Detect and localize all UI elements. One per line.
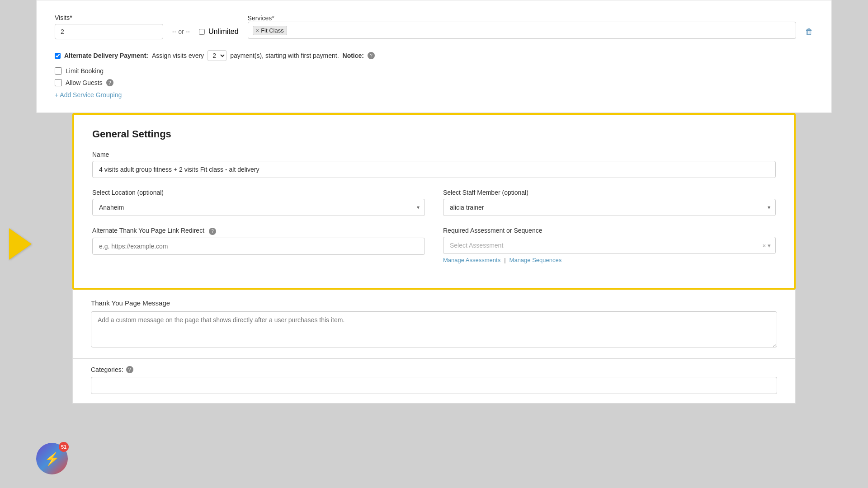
general-settings-section: General Settings Name Select Location (o… [72,113,796,290]
location-field: Select Location (optional) Anaheim [92,189,425,216]
notification-count: 51 [59,442,69,452]
unlimited-checkbox-row: Unlimited [199,28,239,36]
redirect-label: Alternate Thank You Page Link Redirect ? [92,227,425,235]
staff-select[interactable]: alicia trainer [443,199,776,216]
notice-help-icon[interactable]: ? [368,52,375,59]
location-select-wrapper: Anaheim [92,199,425,216]
assessment-select-wrapper[interactable]: Select Assessment × ▾ [443,237,776,254]
name-label: Name [92,151,776,158]
payment-count-select[interactable]: 2 3 4 [208,50,226,61]
assessment-label: Required Assessment or Sequence [443,227,776,234]
alt-delivery-checkbox[interactable] [55,53,61,59]
redirect-assessment-row: Alternate Thank You Page Link Redirect ?… [92,227,776,263]
add-grouping-container: + Add Service Grouping [55,91,813,99]
arrow-icon [9,228,32,260]
alt-delivery-row: Alternate Delivery Payment: Assign visit… [55,50,813,61]
categories-input[interactable] [91,377,777,394]
name-field: Name [92,151,776,178]
thank-you-section: Thank You Page Message [72,290,796,359]
manage-links: Manage Assessments | Manage Sequences [443,257,776,263]
allow-guests-row: Allow Guests ? [55,79,813,86]
notification-icon: ⚡ [44,451,60,466]
payment-suffix: payment(s), starting with first payment. [230,52,339,59]
notification-badge[interactable]: 51 ⚡ [36,443,68,474]
name-input[interactable] [92,161,776,178]
tag-remove-icon[interactable]: × [256,27,259,34]
staff-label: Select Staff Member (optional) [443,189,776,196]
limit-booking-checkbox[interactable] [55,67,62,75]
unlimited-label: Unlimited [208,28,239,36]
staff-field: Select Staff Member (optional) alicia tr… [443,189,776,216]
or-divider: -- or -- [172,28,190,35]
services-label: Services* [248,14,796,22]
thank-you-textarea[interactable] [91,311,777,347]
delete-row-icon[interactable]: 🗑 [805,27,813,37]
unlimited-checkbox[interactable] [199,29,205,35]
service-tag[interactable]: × Fit Class [253,26,287,35]
categories-section: Categories: ? [72,359,796,404]
assessment-select-controls[interactable]: × ▾ [762,242,775,249]
location-staff-row: Select Location (optional) Anaheim Selec… [92,189,776,216]
location-select[interactable]: Anaheim [92,199,425,216]
visits-services-row: Visits* -- or -- Unlimited Services* × F… [55,14,813,39]
redirect-field: Alternate Thank You Page Link Redirect ? [92,227,425,263]
visits-label: Visits* [55,14,163,21]
limit-booking-row: Limit Booking [55,67,813,75]
dropdown-chevron-icon[interactable]: ▾ [768,242,771,249]
location-label: Select Location (optional) [92,189,425,196]
add-grouping-link[interactable]: + Add Service Grouping [55,91,122,99]
services-input-wrap[interactable]: × Fit Class [248,22,796,39]
link-separator: | [504,257,505,263]
allow-guests-checkbox[interactable] [55,79,62,86]
assign-text: Assign visits every [152,52,204,59]
top-panel: Visits* -- or -- Unlimited Services* × F… [36,0,832,113]
allow-guests-help-icon[interactable]: ? [106,79,113,86]
assessment-field: Required Assessment or Sequence Select A… [443,227,776,263]
categories-help-icon[interactable]: ? [126,366,133,373]
categories-label: Categories: ? [91,359,777,377]
alt-delivery-label: Alternate Delivery Payment: [64,52,148,59]
clear-icon[interactable]: × [762,242,766,249]
service-tag-label: Fit Class [261,27,284,34]
assessment-placeholder: Select Assessment [443,237,762,253]
manage-sequences-link[interactable]: Manage Sequences [509,257,562,263]
staff-select-wrapper: alicia trainer [443,199,776,216]
services-field: Services* × Fit Class [248,14,796,39]
allow-guests-label: Allow Guests [66,79,103,86]
redirect-input[interactable] [92,238,425,255]
thank-you-label: Thank You Page Message [91,299,777,307]
general-settings-title: General Settings [92,128,776,140]
visits-input[interactable] [55,24,163,39]
manage-assessments-link[interactable]: Manage Assessments [443,257,500,263]
limit-booking-label: Limit Booking [66,67,104,75]
visits-field: Visits* [55,14,163,39]
redirect-help-icon[interactable]: ? [209,228,216,235]
notice-label: Notice: [343,52,364,59]
arrow-indicator [9,228,32,260]
